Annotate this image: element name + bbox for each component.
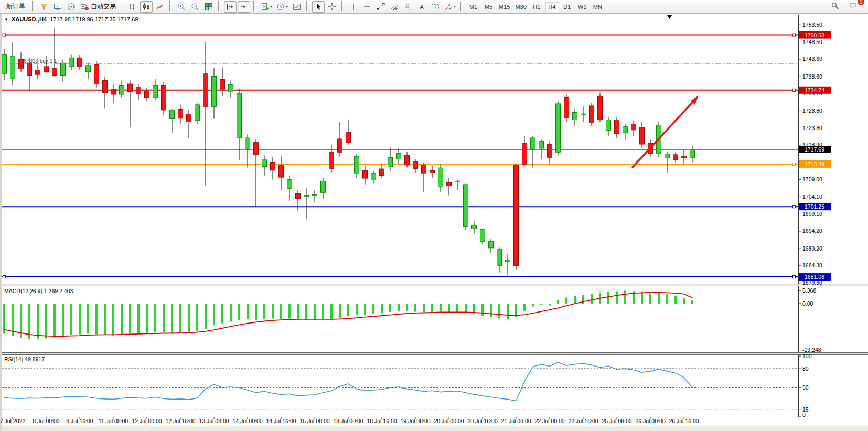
svg-text:E: E <box>395 8 398 11</box>
chat-icon <box>850 2 858 12</box>
svg-text:#467013 buy 0.1: #467013 buy 0.1 <box>18 58 57 64</box>
funnel-button[interactable] <box>38 1 50 13</box>
timeframe-M5[interactable]: M5 <box>481 2 496 12</box>
crosshair-icon <box>328 3 336 11</box>
toolbar-separator <box>218 1 221 11</box>
svg-text:1681.08: 1681.08 <box>805 274 824 280</box>
toolbar-separator <box>121 1 124 11</box>
candle-chart-icon <box>142 3 151 11</box>
timeframe-H4[interactable]: H4 <box>545 2 559 12</box>
autotrade-label: 自动交易 <box>91 2 116 11</box>
chart-shift-icon <box>240 3 248 11</box>
auto-scroll-button[interactable] <box>224 1 237 13</box>
zoom-out-button[interactable] <box>189 1 201 13</box>
svg-text:12 Jul 00:00: 12 Jul 00:00 <box>132 418 162 424</box>
price-chart-canvas[interactable]: 1753.501748.501743.601738.601733.701728.… <box>0 14 868 431</box>
vertical-line-button[interactable] <box>347 1 360 13</box>
timeframe-M30[interactable]: M30 <box>513 2 528 12</box>
svg-text:A: A <box>420 3 424 10</box>
chevron-down-icon: ▾ <box>286 4 288 9</box>
svg-text:1753.50: 1753.50 <box>802 21 822 28</box>
toolbar-separator <box>341 1 345 11</box>
periods-button[interactable]: ▾ <box>275 1 290 13</box>
tile-windows-button[interactable] <box>202 1 215 13</box>
svg-text:20 Jul 16:00: 20 Jul 16:00 <box>467 418 497 424</box>
trendline-button[interactable] <box>374 1 387 13</box>
timeframe-M15[interactable]: M15 <box>497 2 512 12</box>
horizontal-line-button[interactable] <box>361 1 373 13</box>
svg-text:80: 80 <box>802 365 809 372</box>
svg-text:1738.60: 1738.60 <box>802 73 822 80</box>
svg-text:50: 50 <box>802 384 809 391</box>
bar-chart-button[interactable] <box>126 1 139 13</box>
toolbar-separator <box>169 1 173 11</box>
svg-text:7 Jul 2022: 7 Jul 2022 <box>0 418 25 424</box>
panel-splitter-rsi[interactable] <box>0 351 868 354</box>
line-chart-button[interactable] <box>154 1 166 13</box>
timeframe-M1[interactable]: M1 <box>466 2 480 12</box>
svg-text:1734.74: 1734.74 <box>805 87 824 93</box>
svg-text:12 Jul 16:00: 12 Jul 16:00 <box>165 418 195 424</box>
svg-text:0: 0 <box>802 412 806 418</box>
fibonacci-button[interactable]: F <box>402 1 414 13</box>
svg-text:20 Jul 00:00: 20 Jul 00:00 <box>434 418 464 424</box>
timeframe-MN[interactable]: MN <box>591 2 605 12</box>
tile-windows-icon <box>205 3 213 11</box>
search-button[interactable] <box>829 1 841 13</box>
shapes-button[interactable]: ▾ <box>443 1 457 13</box>
svg-text:19 Jul 08:00: 19 Jul 08:00 <box>400 418 430 424</box>
timeframe-W1[interactable]: W1 <box>575 2 590 12</box>
trendline-icon <box>377 3 385 11</box>
new-chart-button[interactable]: ▾ <box>259 1 274 13</box>
timeframe-toolbar: M1M5M15M30H1H4D1W1MN <box>466 2 605 12</box>
svg-text:1723.80: 1723.80 <box>802 125 822 131</box>
svg-text:1694.20: 1694.20 <box>802 228 822 234</box>
vertical-line-icon <box>349 3 358 11</box>
autotrade-button[interactable]: 自动交易 <box>79 1 117 13</box>
text-button[interactable]: A <box>415 1 428 13</box>
label-button[interactable]: T <box>429 1 442 13</box>
periods-clock-icon <box>276 3 285 11</box>
funnel-icon <box>40 3 48 11</box>
new-order-label: 新订单 <box>6 2 25 11</box>
new-order-button[interactable]: 新订单 <box>3 1 29 13</box>
svg-text:1689.20: 1689.20 <box>802 245 822 252</box>
svg-text:0.00: 0.00 <box>802 300 813 307</box>
template-icon <box>293 3 301 11</box>
monitor-button[interactable] <box>51 1 64 13</box>
svg-text:13 Jul 08:00: 13 Jul 08:00 <box>199 418 229 424</box>
shapes-icon <box>444 3 453 11</box>
chevron-down-icon: ▾ <box>270 4 272 9</box>
svg-text:18 Jul 16:00: 18 Jul 16:00 <box>367 418 397 424</box>
svg-text:1750.58: 1750.58 <box>805 32 824 38</box>
svg-text:1743.60: 1743.60 <box>802 56 822 62</box>
timeframe-H1[interactable]: H1 <box>530 2 544 12</box>
svg-text:11 Jul 08:00: 11 Jul 08:00 <box>99 418 128 424</box>
text-icon: A <box>417 3 426 11</box>
cursor-button[interactable] <box>312 1 325 13</box>
auto-scroll-icon <box>226 3 234 11</box>
svg-text:1728.80: 1728.80 <box>802 107 822 114</box>
chevron-down-icon: ▾ <box>454 4 456 9</box>
zoom-out-icon <box>191 3 199 11</box>
svg-text:15 Jul 08:00: 15 Jul 08:00 <box>299 418 329 424</box>
toolbar-separator <box>306 1 309 11</box>
candle-chart-button[interactable] <box>140 1 153 13</box>
chart-shift-button[interactable] <box>238 1 250 13</box>
svg-text:8 Jul 16:00: 8 Jul 16:00 <box>66 418 93 424</box>
svg-text:5.368: 5.368 <box>802 287 816 294</box>
svg-text:14 Jul 00:00: 14 Jul 00:00 <box>232 418 262 424</box>
timeframe-D1[interactable]: D1 <box>560 2 574 12</box>
svg-text:14 Jul 16:00: 14 Jul 16:00 <box>266 418 296 424</box>
fibonacci-icon: F <box>404 3 412 11</box>
svg-text:22 Jul 00:00: 22 Jul 00:00 <box>534 418 564 424</box>
new-chart-icon <box>261 3 269 11</box>
notification-badge: 1 <box>858 0 864 5</box>
zoom-in-button[interactable] <box>175 1 188 13</box>
crosshair-button[interactable] <box>326 1 338 13</box>
template-button[interactable] <box>291 1 303 13</box>
channel-button[interactable]: E <box>388 1 401 13</box>
panel-splitter-macd[interactable] <box>0 283 868 286</box>
mt4-window: 新订单 自动交易▾▾EFAT▾ M1M5M15M30H1H4D1W1MN 1 1… <box>0 0 868 431</box>
signal-button[interactable] <box>65 1 78 13</box>
